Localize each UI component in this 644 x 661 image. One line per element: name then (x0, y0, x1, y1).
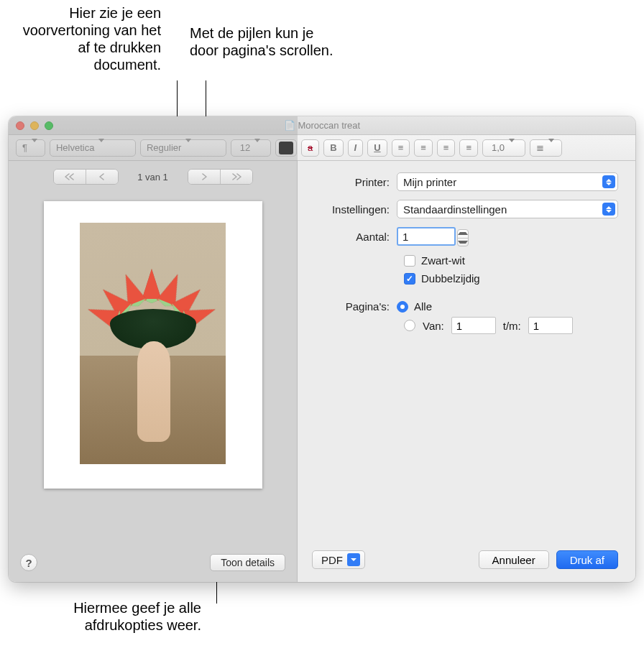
pages-to-input[interactable] (528, 317, 573, 334)
page-navigation: 1 van 1 (9, 164, 297, 190)
italic-button[interactable]: I (348, 139, 364, 157)
text-color-button[interactable] (275, 139, 297, 157)
align-left-button[interactable]: ≡ (392, 139, 410, 157)
line-spacing-select[interactable]: 1,0 (482, 139, 525, 157)
pages-from-label: Van: (423, 320, 444, 332)
copies-input[interactable]: 1 (397, 227, 456, 246)
settings-label: Instellingen: (312, 203, 397, 216)
watermelon-illustration (93, 266, 213, 345)
copies-value: 1 (402, 231, 408, 243)
printer-label: Printer: (312, 176, 397, 188)
print-preview-panel: 1 van 1 (9, 161, 298, 582)
paragraph-menu[interactable]: ¶ (16, 139, 45, 157)
pages-all-radio[interactable] (397, 301, 408, 313)
copies-stepper[interactable] (457, 229, 469, 246)
pdf-label: PDF (321, 554, 343, 566)
document-icon: 📄 (284, 120, 295, 131)
duplex-checkbox[interactable] (404, 273, 415, 285)
window-title: 📄 Moroccan treat (9, 120, 635, 131)
color-swatch-icon (279, 142, 293, 154)
stepper-up[interactable] (458, 230, 468, 238)
hand-illustration (137, 341, 170, 442)
font-family-select[interactable]: Helvetica (50, 139, 136, 157)
font-size-value: 12 (240, 142, 250, 153)
callout-preview-hint: Hier zie je een voorvertoning van het af… (10, 4, 161, 73)
pages-label: Pagina's: (312, 300, 397, 313)
font-style-value: Regulier (147, 142, 181, 153)
chevron-down-icon (347, 553, 360, 566)
pages-from-input[interactable] (451, 317, 496, 334)
title-bar: 📄 Moroccan treat (9, 116, 635, 135)
page-indicator: 1 van 1 (127, 172, 179, 182)
nav-next-group (188, 169, 253, 185)
font-size-select[interactable]: 12 (231, 139, 271, 157)
line-spacing-value: 1,0 (492, 142, 505, 153)
pages-range-radio[interactable] (404, 320, 415, 331)
font-family-value: Helvetica (56, 142, 94, 153)
strikethrough-style-button[interactable]: a (301, 139, 319, 157)
last-page-button[interactable] (221, 170, 252, 184)
font-style-select[interactable]: Regulier (140, 139, 226, 157)
printer-select[interactable]: Mijn printer (397, 172, 618, 191)
stepper-down[interactable] (458, 239, 468, 246)
duplex-label: Dubbelzijdig (421, 272, 480, 285)
show-details-button[interactable]: Toon details (210, 554, 285, 571)
pages-all-label: Alle (414, 300, 432, 313)
select-arrows-icon (602, 203, 615, 216)
print-button[interactable]: Druk af (556, 550, 618, 569)
prev-page-button[interactable] (86, 170, 118, 184)
callout-arrows-hint: Met de pijlen kun je door pagina's scrol… (190, 24, 334, 59)
document-image (80, 223, 226, 464)
pages-to-label: t/m: (503, 320, 521, 332)
print-options-panel: Printer: Mijn printer Instellingen: Stan… (298, 161, 635, 582)
align-center-button[interactable]: ≡ (414, 139, 433, 157)
window-title-text: Moroccan treat (298, 120, 360, 131)
page-preview (44, 201, 262, 489)
pdf-menu-button[interactable]: PDF (312, 550, 365, 569)
list-style-button[interactable]: ≣ (530, 139, 562, 157)
bw-checkbox[interactable] (404, 255, 415, 267)
help-button[interactable]: ? (20, 554, 37, 571)
nav-prev-group (53, 169, 119, 185)
bold-button[interactable]: B (323, 139, 343, 157)
format-toolbar: ¶ Helvetica Regulier 12 a B I U ≡ ≡ ≡ ≡ … (9, 135, 635, 161)
settings-value: Standaardinstellingen (403, 203, 507, 216)
settings-select[interactable]: Standaardinstellingen (397, 200, 618, 218)
callout-details-hint: Hiermee geef je alle afdrukopties weer. (29, 599, 201, 634)
printer-value: Mijn printer (403, 176, 456, 188)
next-page-button[interactable] (188, 170, 220, 184)
cancel-button[interactable]: Annuleer (479, 550, 549, 569)
copies-label: Aantal: (312, 231, 397, 243)
first-page-button[interactable] (54, 170, 86, 184)
underline-button[interactable]: U (367, 139, 387, 157)
bw-label: Zwart-wit (421, 254, 465, 267)
align-right-button[interactable]: ≡ (437, 139, 456, 157)
app-window: 📄 Moroccan treat ¶ Helvetica Regulier 12… (9, 116, 635, 582)
align-justify-button[interactable]: ≡ (459, 139, 478, 157)
select-arrows-icon (602, 175, 615, 188)
